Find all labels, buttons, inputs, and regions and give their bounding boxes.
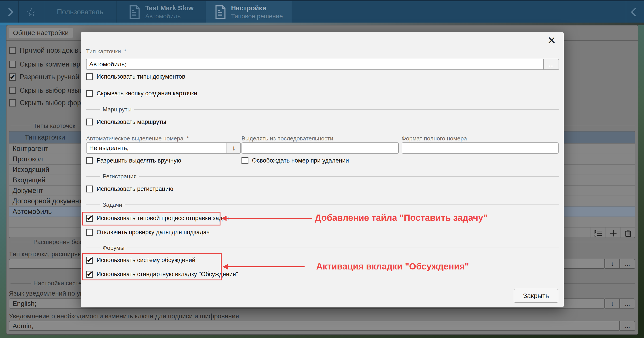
dialog-close-footer-button[interactable]: Закрыть — [514, 289, 558, 303]
auto-number-label: Автоматическое выделение номера* — [86, 135, 189, 142]
key-change-notification-label: Уведомление о необходимости изменить клю… — [9, 313, 239, 320]
backdrop-strip — [0, 22, 644, 25]
favorites-button[interactable]: ☆ — [19, 1, 44, 22]
checkbox-use-document-types[interactable]: Использовать типы документов — [86, 73, 185, 80]
checkbox-use-routes[interactable]: Использовать маршруты — [86, 119, 166, 126]
full-number-format-label: Формат полного номера — [402, 135, 467, 142]
checkbox-use-task-process[interactable]: ✔ Использовать типовой процесс отправки … — [86, 215, 229, 222]
checkbox[interactable] — [9, 61, 16, 68]
checkbox-release-number[interactable]: Освобождать номер при удалении — [242, 157, 349, 164]
checkbox[interactable] — [86, 229, 93, 236]
tab-settings[interactable]: Настройки Типовое решение — [206, 1, 292, 22]
key-change-notification-input[interactable] — [9, 321, 620, 331]
document-icon — [214, 5, 226, 19]
checkbox-hide-create-button[interactable]: Скрывать кнопку создания карточки — [86, 90, 197, 97]
plus-icon — [610, 229, 617, 237]
auto-number-dropdown-button[interactable]: ↓ — [226, 143, 241, 154]
nav-collapse-button[interactable] — [626, 1, 644, 22]
language-dropdown-button[interactable]: ↓ — [605, 299, 620, 309]
full-number-format-input[interactable] — [402, 143, 558, 154]
auto-number-input[interactable] — [86, 143, 227, 154]
section-tasks: Задачи — [86, 202, 559, 208]
arrow-down-icon: ↓ — [232, 144, 236, 152]
tab-title: Test Mark Slow — [145, 4, 194, 12]
section-registration: Регистрация — [86, 173, 559, 179]
security-ellipsis-button[interactable]: ... — [620, 259, 635, 269]
app-root: { "topbar": { "tabs": [ { "label": "Поль… — [0, 0, 644, 338]
select-from-list-button[interactable] — [590, 227, 606, 238]
checkbox-disable-date-check[interactable]: Отключить проверку даты для подзадач — [86, 229, 210, 236]
checkbox[interactable] — [9, 99, 16, 107]
tab-subtitle: Автомобиль — [145, 13, 194, 20]
tab-subtitle: Типовое решение — [231, 13, 283, 20]
checkbox[interactable] — [242, 157, 248, 164]
trash-icon — [624, 229, 632, 237]
delete-row-button[interactable] — [620, 227, 635, 238]
card-type-settings-dialog: ✕ Тип карточки* ... Использовать типы до… — [81, 32, 564, 307]
card-type-label: Тип карточки* — [86, 48, 126, 55]
chevron-right-icon — [5, 7, 14, 16]
checkbox-use-forum-system[interactable]: ✔ Использовать систему обсуждений — [86, 257, 196, 264]
card-type-input[interactable] — [86, 59, 544, 70]
checkbox[interactable] — [9, 87, 16, 94]
checkbox-checked[interactable]: ✔ — [86, 271, 93, 278]
add-row-button[interactable] — [606, 227, 620, 238]
annotation-arrow-forums — [224, 266, 304, 267]
checkbox[interactable] — [86, 119, 93, 126]
annotation-arrow-task — [222, 218, 312, 219]
star-icon: ☆ — [26, 6, 37, 18]
sequence-label: Выделять из последовательности — [242, 135, 333, 142]
checkbox[interactable] — [9, 47, 16, 54]
checkbox-checked[interactable]: ✔ — [86, 215, 93, 222]
section-forums: Форумы — [86, 245, 559, 251]
tab-test-mark-slow[interactable]: Test Mark Slow Автомобиль — [116, 1, 206, 22]
tab-user[interactable]: Пользователь — [44, 1, 116, 22]
annotation-text-forums: Активация вкладки "Обсуждения" — [316, 261, 469, 272]
column-header[interactable]: Тип карточки — [10, 132, 81, 143]
checkbox[interactable] — [86, 157, 93, 164]
document-icon — [128, 5, 141, 19]
required-mark: * — [124, 48, 126, 55]
checkbox[interactable] — [86, 185, 93, 192]
notification-ellipsis-button[interactable]: ... — [620, 321, 635, 331]
checkbox-allow-manual[interactable]: Разрешить выделять вручную — [86, 157, 181, 164]
section-routes: Маршруты — [86, 106, 559, 113]
checkbox-use-registration[interactable]: Использовать регистрацию — [86, 185, 173, 192]
tab-general-settings[interactable]: Общие настройки — [9, 28, 73, 38]
dialog-close-button[interactable]: ✕ — [546, 34, 558, 47]
checkbox-use-forum-tab[interactable]: ✔ Использовать стандартную вкладку "Обсу… — [86, 271, 238, 278]
checkbox-checked[interactable]: ✔ — [86, 257, 93, 264]
top-bar: ☆ Пользователь Test Mark Slow Автомобиль… — [0, 0, 644, 22]
card-type-ellipsis-button[interactable]: ... — [544, 59, 559, 70]
tab-user-label: Пользователь — [57, 8, 103, 16]
tab-title: Настройки — [231, 4, 283, 12]
security-dropdown-button[interactable]: ↓ — [605, 259, 620, 269]
close-icon: ✕ — [548, 34, 556, 46]
language-ellipsis-button[interactable]: ... — [620, 299, 635, 309]
sequence-input[interactable] — [242, 143, 399, 154]
chevron-left-icon — [631, 7, 640, 16]
checkbox-checked[interactable]: ✔ — [9, 73, 16, 81]
annotation-text-task: Добавление тайла "Поставить задачу" — [315, 212, 488, 223]
list-icon — [594, 230, 602, 237]
checkbox[interactable] — [86, 90, 93, 97]
nav-expand-button[interactable] — [0, 1, 18, 22]
checkbox[interactable] — [86, 73, 93, 80]
